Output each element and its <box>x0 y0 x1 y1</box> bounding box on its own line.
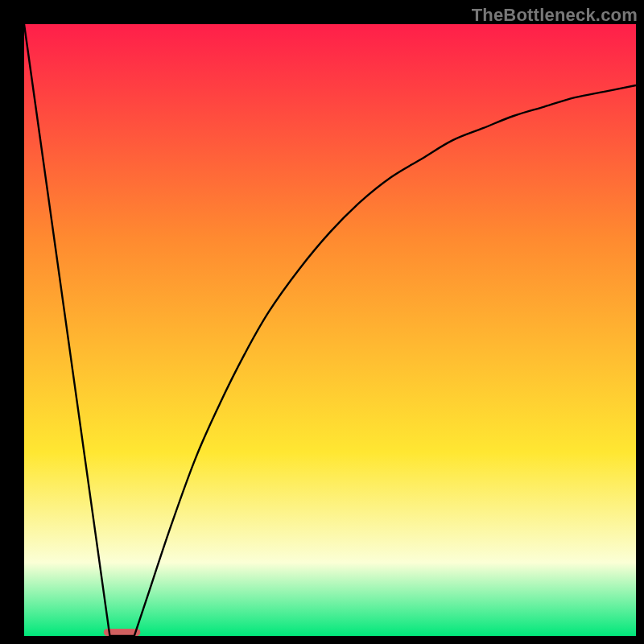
watermark-text: TheBottleneck.com <box>472 5 638 26</box>
chart-background <box>24 24 636 636</box>
chart-frame: TheBottleneck.com <box>0 0 644 644</box>
bottleneck-chart <box>24 24 636 636</box>
plot-area <box>24 24 636 636</box>
